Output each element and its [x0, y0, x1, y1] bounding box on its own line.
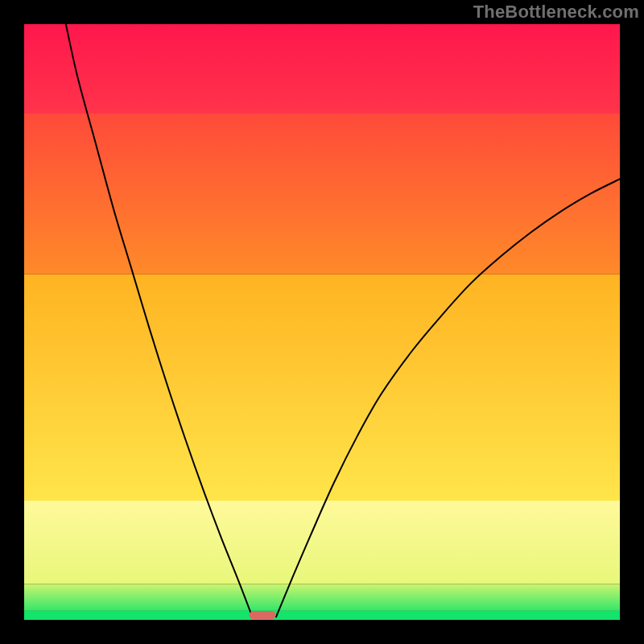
gradient-band — [24, 114, 620, 275]
gradient-band — [24, 275, 620, 501]
gradient-band — [24, 501, 620, 584]
optimal-marker — [249, 611, 275, 619]
gradient-band — [24, 24, 620, 114]
gradient-band — [24, 584, 620, 611]
plot-area — [24, 24, 620, 620]
chart-svg — [24, 24, 620, 620]
watermark-label: TheBottleneck.com — [473, 2, 639, 23]
chart-container: TheBottleneck.com — [0, 0, 644, 644]
gradient-band — [24, 611, 620, 620]
